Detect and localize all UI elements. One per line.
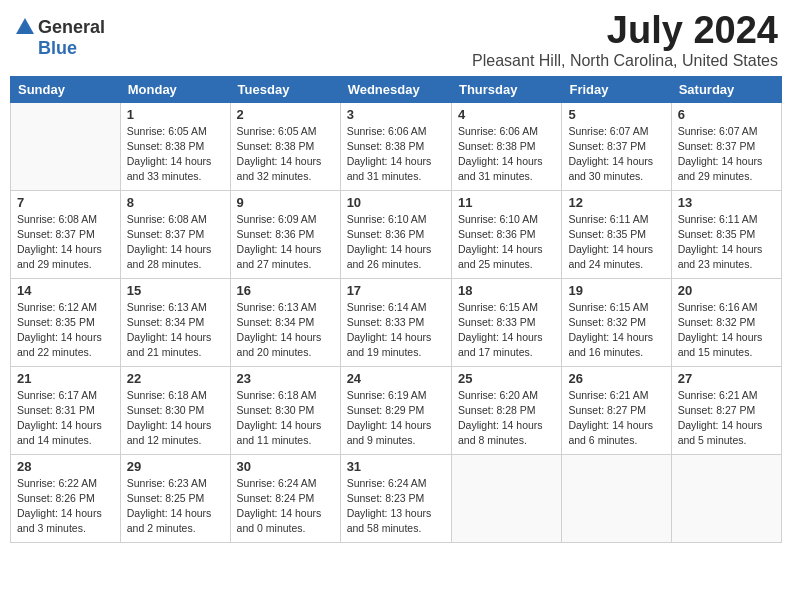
- logo-icon: [14, 16, 36, 38]
- day-info: Sunrise: 6:09 AMSunset: 8:36 PMDaylight:…: [237, 212, 334, 273]
- day-info: Sunrise: 6:05 AMSunset: 8:38 PMDaylight:…: [127, 124, 224, 185]
- calendar-cell: 16Sunrise: 6:13 AMSunset: 8:34 PMDayligh…: [230, 278, 340, 366]
- calendar-cell: 8Sunrise: 6:08 AMSunset: 8:37 PMDaylight…: [120, 190, 230, 278]
- day-number: 31: [347, 459, 445, 474]
- calendar-cell: 31Sunrise: 6:24 AMSunset: 8:23 PMDayligh…: [340, 454, 451, 542]
- day-info: Sunrise: 6:10 AMSunset: 8:36 PMDaylight:…: [347, 212, 445, 273]
- day-number: 2: [237, 107, 334, 122]
- calendar-cell: 30Sunrise: 6:24 AMSunset: 8:24 PMDayligh…: [230, 454, 340, 542]
- day-info: Sunrise: 6:12 AMSunset: 8:35 PMDaylight:…: [17, 300, 114, 361]
- weekday-header: Sunday: [11, 76, 121, 102]
- day-info: Sunrise: 6:24 AMSunset: 8:23 PMDaylight:…: [347, 476, 445, 537]
- calendar-week-row: 7Sunrise: 6:08 AMSunset: 8:37 PMDaylight…: [11, 190, 782, 278]
- day-number: 30: [237, 459, 334, 474]
- title-block: July 2024 Pleasant Hill, North Carolina,…: [472, 10, 778, 70]
- calendar-cell: 12Sunrise: 6:11 AMSunset: 8:35 PMDayligh…: [562, 190, 671, 278]
- day-number: 19: [568, 283, 664, 298]
- day-info: Sunrise: 6:18 AMSunset: 8:30 PMDaylight:…: [237, 388, 334, 449]
- calendar-cell: 24Sunrise: 6:19 AMSunset: 8:29 PMDayligh…: [340, 366, 451, 454]
- calendar-cell: 7Sunrise: 6:08 AMSunset: 8:37 PMDaylight…: [11, 190, 121, 278]
- calendar-week-row: 28Sunrise: 6:22 AMSunset: 8:26 PMDayligh…: [11, 454, 782, 542]
- day-number: 28: [17, 459, 114, 474]
- calendar-cell: 15Sunrise: 6:13 AMSunset: 8:34 PMDayligh…: [120, 278, 230, 366]
- day-number: 16: [237, 283, 334, 298]
- calendar-cell: 18Sunrise: 6:15 AMSunset: 8:33 PMDayligh…: [451, 278, 561, 366]
- calendar-cell: [671, 454, 781, 542]
- day-number: 17: [347, 283, 445, 298]
- day-number: 18: [458, 283, 555, 298]
- day-number: 26: [568, 371, 664, 386]
- day-info: Sunrise: 6:05 AMSunset: 8:38 PMDaylight:…: [237, 124, 334, 185]
- calendar-cell: 9Sunrise: 6:09 AMSunset: 8:36 PMDaylight…: [230, 190, 340, 278]
- calendar-cell: 11Sunrise: 6:10 AMSunset: 8:36 PMDayligh…: [451, 190, 561, 278]
- day-info: Sunrise: 6:17 AMSunset: 8:31 PMDaylight:…: [17, 388, 114, 449]
- day-number: 4: [458, 107, 555, 122]
- calendar-cell: 22Sunrise: 6:18 AMSunset: 8:30 PMDayligh…: [120, 366, 230, 454]
- calendar-cell: [11, 102, 121, 190]
- day-number: 6: [678, 107, 775, 122]
- calendar-cell: 10Sunrise: 6:10 AMSunset: 8:36 PMDayligh…: [340, 190, 451, 278]
- calendar-header-row: SundayMondayTuesdayWednesdayThursdayFrid…: [11, 76, 782, 102]
- calendar-cell: 6Sunrise: 6:07 AMSunset: 8:37 PMDaylight…: [671, 102, 781, 190]
- day-number: 29: [127, 459, 224, 474]
- day-info: Sunrise: 6:07 AMSunset: 8:37 PMDaylight:…: [678, 124, 775, 185]
- day-info: Sunrise: 6:11 AMSunset: 8:35 PMDaylight:…: [678, 212, 775, 273]
- day-info: Sunrise: 6:21 AMSunset: 8:27 PMDaylight:…: [568, 388, 664, 449]
- calendar-cell: 26Sunrise: 6:21 AMSunset: 8:27 PMDayligh…: [562, 366, 671, 454]
- day-number: 7: [17, 195, 114, 210]
- day-number: 1: [127, 107, 224, 122]
- day-number: 14: [17, 283, 114, 298]
- weekday-header: Friday: [562, 76, 671, 102]
- day-number: 13: [678, 195, 775, 210]
- day-info: Sunrise: 6:16 AMSunset: 8:32 PMDaylight:…: [678, 300, 775, 361]
- calendar-week-row: 14Sunrise: 6:12 AMSunset: 8:35 PMDayligh…: [11, 278, 782, 366]
- day-info: Sunrise: 6:14 AMSunset: 8:33 PMDaylight:…: [347, 300, 445, 361]
- logo-blue-text: Blue: [38, 38, 77, 59]
- calendar-week-row: 1Sunrise: 6:05 AMSunset: 8:38 PMDaylight…: [11, 102, 782, 190]
- day-info: Sunrise: 6:07 AMSunset: 8:37 PMDaylight:…: [568, 124, 664, 185]
- day-info: Sunrise: 6:15 AMSunset: 8:32 PMDaylight:…: [568, 300, 664, 361]
- calendar-cell: [562, 454, 671, 542]
- calendar-cell: 21Sunrise: 6:17 AMSunset: 8:31 PMDayligh…: [11, 366, 121, 454]
- page-header: General Blue July 2024 Pleasant Hill, No…: [10, 10, 782, 70]
- calendar-cell: 5Sunrise: 6:07 AMSunset: 8:37 PMDaylight…: [562, 102, 671, 190]
- day-number: 25: [458, 371, 555, 386]
- calendar-title: July 2024: [472, 10, 778, 52]
- day-info: Sunrise: 6:11 AMSunset: 8:35 PMDaylight:…: [568, 212, 664, 273]
- calendar-cell: 27Sunrise: 6:21 AMSunset: 8:27 PMDayligh…: [671, 366, 781, 454]
- day-info: Sunrise: 6:15 AMSunset: 8:33 PMDaylight:…: [458, 300, 555, 361]
- calendar-cell: 13Sunrise: 6:11 AMSunset: 8:35 PMDayligh…: [671, 190, 781, 278]
- day-number: 27: [678, 371, 775, 386]
- weekday-header: Thursday: [451, 76, 561, 102]
- day-number: 24: [347, 371, 445, 386]
- calendar-cell: 14Sunrise: 6:12 AMSunset: 8:35 PMDayligh…: [11, 278, 121, 366]
- logo-general-text: General: [38, 17, 105, 38]
- calendar-cell: [451, 454, 561, 542]
- day-number: 11: [458, 195, 555, 210]
- logo: General Blue: [14, 16, 105, 59]
- calendar-cell: 4Sunrise: 6:06 AMSunset: 8:38 PMDaylight…: [451, 102, 561, 190]
- day-number: 10: [347, 195, 445, 210]
- calendar-week-row: 21Sunrise: 6:17 AMSunset: 8:31 PMDayligh…: [11, 366, 782, 454]
- day-info: Sunrise: 6:22 AMSunset: 8:26 PMDaylight:…: [17, 476, 114, 537]
- day-info: Sunrise: 6:06 AMSunset: 8:38 PMDaylight:…: [458, 124, 555, 185]
- calendar-cell: 28Sunrise: 6:22 AMSunset: 8:26 PMDayligh…: [11, 454, 121, 542]
- calendar-cell: 29Sunrise: 6:23 AMSunset: 8:25 PMDayligh…: [120, 454, 230, 542]
- calendar-cell: 20Sunrise: 6:16 AMSunset: 8:32 PMDayligh…: [671, 278, 781, 366]
- day-info: Sunrise: 6:21 AMSunset: 8:27 PMDaylight:…: [678, 388, 775, 449]
- day-number: 20: [678, 283, 775, 298]
- day-number: 15: [127, 283, 224, 298]
- calendar-cell: 2Sunrise: 6:05 AMSunset: 8:38 PMDaylight…: [230, 102, 340, 190]
- day-info: Sunrise: 6:19 AMSunset: 8:29 PMDaylight:…: [347, 388, 445, 449]
- day-info: Sunrise: 6:08 AMSunset: 8:37 PMDaylight:…: [17, 212, 114, 273]
- day-number: 9: [237, 195, 334, 210]
- day-info: Sunrise: 6:24 AMSunset: 8:24 PMDaylight:…: [237, 476, 334, 537]
- day-info: Sunrise: 6:23 AMSunset: 8:25 PMDaylight:…: [127, 476, 224, 537]
- day-number: 22: [127, 371, 224, 386]
- calendar-table: SundayMondayTuesdayWednesdayThursdayFrid…: [10, 76, 782, 543]
- calendar-location: Pleasant Hill, North Carolina, United St…: [472, 52, 778, 70]
- day-info: Sunrise: 6:20 AMSunset: 8:28 PMDaylight:…: [458, 388, 555, 449]
- day-info: Sunrise: 6:08 AMSunset: 8:37 PMDaylight:…: [127, 212, 224, 273]
- calendar-cell: 3Sunrise: 6:06 AMSunset: 8:38 PMDaylight…: [340, 102, 451, 190]
- day-info: Sunrise: 6:13 AMSunset: 8:34 PMDaylight:…: [237, 300, 334, 361]
